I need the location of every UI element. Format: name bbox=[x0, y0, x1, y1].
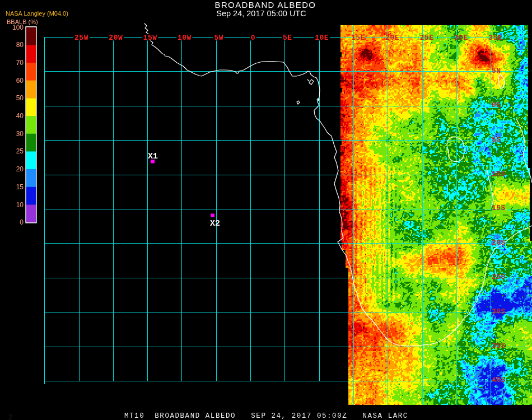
svg-text:80: 80 bbox=[16, 41, 24, 49]
svg-text:NASA Langley (M04.0): NASA Langley (M04.0) bbox=[6, 10, 68, 17]
svg-text:70: 70 bbox=[16, 59, 24, 67]
svg-text:20E: 20E bbox=[385, 34, 399, 42]
svg-text:30: 30 bbox=[16, 130, 24, 138]
svg-text:0: 0 bbox=[20, 218, 24, 226]
svg-text:Sep 24, 2017 05:00 UTC: Sep 24, 2017 05:00 UTC bbox=[216, 9, 306, 18]
svg-text:25W: 25W bbox=[74, 34, 88, 42]
svg-text:35E: 35E bbox=[488, 34, 502, 42]
svg-text:40S: 40S bbox=[492, 376, 506, 384]
svg-text:60: 60 bbox=[16, 77, 24, 85]
svg-text:BROADBAND ALBEDO: BROADBAND ALBEDO bbox=[215, 0, 316, 10]
svg-text:50: 50 bbox=[16, 94, 24, 102]
svg-text:5S: 5S bbox=[492, 136, 501, 144]
svg-text:BBALB (%): BBALB (%) bbox=[7, 18, 38, 25]
svg-text:25: 25 bbox=[16, 147, 24, 155]
svg-text:20S: 20S bbox=[492, 239, 506, 247]
svg-text:15: 15 bbox=[16, 183, 24, 191]
svg-text:MT10 BROADBAND ALBEDO SEP 2: MT10 BROADBAND ALBEDO SEP 24, 2017 05:00… bbox=[124, 412, 408, 420]
svg-text:10: 10 bbox=[16, 201, 24, 209]
svg-text:30E: 30E bbox=[454, 34, 468, 42]
svg-text:0S: 0S bbox=[492, 101, 501, 109]
svg-text:10W: 10W bbox=[178, 34, 192, 42]
svg-text:35S: 35S bbox=[492, 342, 506, 350]
svg-text:5W: 5W bbox=[214, 34, 223, 42]
svg-text:40: 40 bbox=[16, 112, 24, 120]
svg-text:15S: 15S bbox=[492, 204, 506, 212]
svg-text:20: 20 bbox=[16, 165, 24, 173]
svg-text:5N: 5N bbox=[492, 67, 501, 75]
svg-text:30S: 30S bbox=[492, 307, 506, 316]
svg-text:25E: 25E bbox=[420, 34, 434, 42]
svg-text:0: 0 bbox=[251, 34, 255, 42]
svg-text:2: 2 bbox=[8, 413, 12, 420]
svg-text:10E: 10E bbox=[315, 34, 329, 42]
svg-text:10S: 10S bbox=[492, 170, 506, 178]
svg-text:20W: 20W bbox=[109, 34, 123, 42]
svg-text:5E: 5E bbox=[283, 34, 292, 42]
svg-text:25S: 25S bbox=[492, 273, 506, 281]
svg-text:15W: 15W bbox=[143, 34, 157, 42]
svg-text:15E: 15E bbox=[351, 34, 365, 42]
svg-text:X2: X2 bbox=[210, 219, 220, 228]
